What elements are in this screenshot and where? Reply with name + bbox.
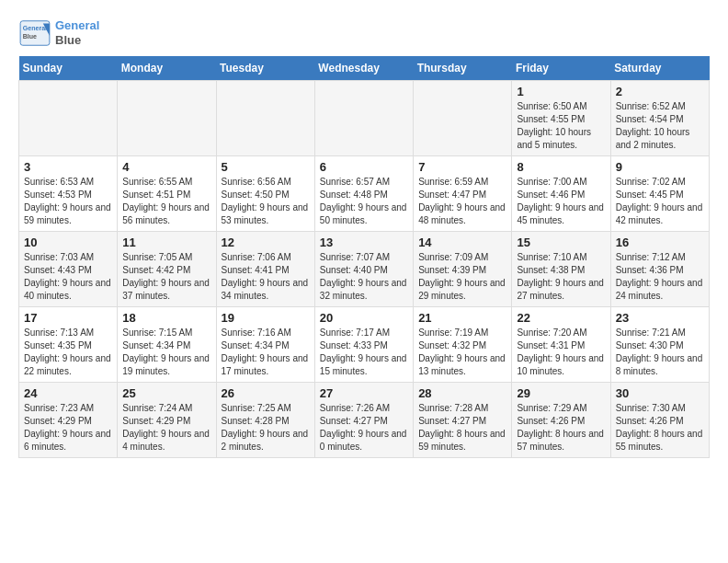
day-number: 17 xyxy=(24,311,112,325)
svg-text:Blue: Blue xyxy=(23,33,37,40)
calendar-cell: 28Sunrise: 7:28 AM Sunset: 4:27 PM Dayli… xyxy=(414,383,512,458)
logo-icon: General Blue xyxy=(18,19,51,47)
day-number: 3 xyxy=(24,160,112,174)
calendar-week-row: 10Sunrise: 7:03 AM Sunset: 4:43 PM Dayli… xyxy=(19,232,710,307)
calendar-week-row: 17Sunrise: 7:13 AM Sunset: 4:35 PM Dayli… xyxy=(19,307,710,383)
day-info: Sunrise: 6:53 AM Sunset: 4:53 PM Dayligh… xyxy=(24,176,112,227)
day-info: Sunrise: 7:25 AM Sunset: 4:28 PM Dayligh… xyxy=(222,402,310,454)
day-number: 23 xyxy=(616,311,704,325)
day-info: Sunrise: 7:24 AM Sunset: 4:29 PM Dayligh… xyxy=(122,402,210,454)
day-info: Sunrise: 7:26 AM Sunset: 4:27 PM Dayligh… xyxy=(320,402,408,454)
day-info: Sunrise: 6:57 AM Sunset: 4:48 PM Dayligh… xyxy=(320,176,408,227)
calendar-cell: 9Sunrise: 7:02 AM Sunset: 4:45 PM Daylig… xyxy=(610,156,709,232)
day-number: 11 xyxy=(122,236,210,249)
calendar-cell xyxy=(314,81,413,156)
calendar-cell xyxy=(414,81,512,156)
weekday-header-sunday: Sunday xyxy=(19,56,118,81)
day-info: Sunrise: 7:20 AM Sunset: 4:31 PM Dayligh… xyxy=(517,327,605,378)
day-number: 21 xyxy=(418,311,506,325)
weekday-header-saturday: Saturday xyxy=(610,56,709,81)
calendar-cell: 17Sunrise: 7:13 AM Sunset: 4:35 PM Dayli… xyxy=(19,307,118,383)
calendar-week-row: 24Sunrise: 7:23 AM Sunset: 4:29 PM Dayli… xyxy=(19,383,710,458)
calendar-cell: 5Sunrise: 6:56 AM Sunset: 4:50 PM Daylig… xyxy=(216,156,314,232)
calendar-cell: 15Sunrise: 7:10 AM Sunset: 4:38 PM Dayli… xyxy=(512,232,610,307)
calendar-header: SundayMondayTuesdayWednesdayThursdayFrid… xyxy=(19,56,710,81)
calendar-cell: 22Sunrise: 7:20 AM Sunset: 4:31 PM Dayli… xyxy=(512,307,610,383)
day-number: 6 xyxy=(320,160,408,174)
day-number: 25 xyxy=(122,386,210,400)
day-number: 4 xyxy=(122,160,210,174)
calendar-cell: 6Sunrise: 6:57 AM Sunset: 4:48 PM Daylig… xyxy=(314,156,413,232)
day-info: Sunrise: 7:09 AM Sunset: 4:39 PM Dayligh… xyxy=(418,251,506,303)
logo-text: General Blue xyxy=(55,18,99,47)
day-number: 26 xyxy=(222,386,310,400)
day-info: Sunrise: 7:05 AM Sunset: 4:42 PM Dayligh… xyxy=(122,251,210,303)
weekday-header-tuesday: Tuesday xyxy=(216,56,314,81)
day-number: 8 xyxy=(517,160,605,174)
calendar-cell: 13Sunrise: 7:07 AM Sunset: 4:40 PM Dayli… xyxy=(314,232,413,307)
calendar-cell: 7Sunrise: 6:59 AM Sunset: 4:47 PM Daylig… xyxy=(414,156,512,232)
day-number: 9 xyxy=(616,160,704,174)
day-number: 18 xyxy=(122,311,210,325)
day-number: 10 xyxy=(24,236,112,249)
calendar-cell: 23Sunrise: 7:21 AM Sunset: 4:30 PM Dayli… xyxy=(610,307,709,383)
day-info: Sunrise: 7:00 AM Sunset: 4:46 PM Dayligh… xyxy=(517,176,605,227)
calendar-week-row: 1Sunrise: 6:50 AM Sunset: 4:55 PM Daylig… xyxy=(19,81,710,156)
day-number: 2 xyxy=(616,85,704,98)
calendar-cell xyxy=(19,81,118,156)
calendar-cell: 24Sunrise: 7:23 AM Sunset: 4:29 PM Dayli… xyxy=(19,383,118,458)
day-info: Sunrise: 7:28 AM Sunset: 4:27 PM Dayligh… xyxy=(418,402,506,454)
day-info: Sunrise: 7:21 AM Sunset: 4:30 PM Dayligh… xyxy=(616,327,704,378)
day-number: 20 xyxy=(320,311,408,325)
calendar-cell: 12Sunrise: 7:06 AM Sunset: 4:41 PM Dayli… xyxy=(216,232,314,307)
day-info: Sunrise: 7:30 AM Sunset: 4:26 PM Dayligh… xyxy=(616,402,704,454)
calendar-cell: 21Sunrise: 7:19 AM Sunset: 4:32 PM Dayli… xyxy=(414,307,512,383)
day-info: Sunrise: 7:02 AM Sunset: 4:45 PM Dayligh… xyxy=(616,176,704,227)
day-number: 24 xyxy=(24,386,112,400)
day-number: 29 xyxy=(517,386,605,400)
weekday-header-row: SundayMondayTuesdayWednesdayThursdayFrid… xyxy=(19,56,710,81)
day-info: Sunrise: 7:13 AM Sunset: 4:35 PM Dayligh… xyxy=(24,327,112,378)
calendar-cell: 14Sunrise: 7:09 AM Sunset: 4:39 PM Dayli… xyxy=(414,232,512,307)
calendar-cell: 20Sunrise: 7:17 AM Sunset: 4:33 PM Dayli… xyxy=(314,307,413,383)
weekday-header-monday: Monday xyxy=(118,56,216,81)
calendar-cell: 3Sunrise: 6:53 AM Sunset: 4:53 PM Daylig… xyxy=(19,156,118,232)
calendar-cell: 29Sunrise: 7:29 AM Sunset: 4:26 PM Dayli… xyxy=(512,383,610,458)
day-info: Sunrise: 6:52 AM Sunset: 4:54 PM Dayligh… xyxy=(616,100,704,152)
day-info: Sunrise: 7:06 AM Sunset: 4:41 PM Dayligh… xyxy=(222,251,310,303)
day-info: Sunrise: 7:29 AM Sunset: 4:26 PM Dayligh… xyxy=(517,402,605,454)
day-number: 15 xyxy=(517,236,605,249)
day-number: 14 xyxy=(418,236,506,249)
calendar-cell: 8Sunrise: 7:00 AM Sunset: 4:46 PM Daylig… xyxy=(512,156,610,232)
calendar-cell xyxy=(118,81,216,156)
calendar-cell: 1Sunrise: 6:50 AM Sunset: 4:55 PM Daylig… xyxy=(512,81,610,156)
calendar-cell: 18Sunrise: 7:15 AM Sunset: 4:34 PM Dayli… xyxy=(118,307,216,383)
logo: General Blue General Blue xyxy=(18,18,99,47)
day-info: Sunrise: 7:17 AM Sunset: 4:33 PM Dayligh… xyxy=(320,327,408,378)
calendar-cell: 25Sunrise: 7:24 AM Sunset: 4:29 PM Dayli… xyxy=(118,383,216,458)
calendar-cell xyxy=(216,81,314,156)
day-number: 13 xyxy=(320,236,408,249)
weekday-header-thursday: Thursday xyxy=(414,56,512,81)
day-info: Sunrise: 6:59 AM Sunset: 4:47 PM Dayligh… xyxy=(418,176,506,227)
calendar-cell: 26Sunrise: 7:25 AM Sunset: 4:28 PM Dayli… xyxy=(216,383,314,458)
day-number: 22 xyxy=(517,311,605,325)
day-number: 7 xyxy=(418,160,506,174)
svg-text:General: General xyxy=(23,25,47,31)
calendar-cell: 27Sunrise: 7:26 AM Sunset: 4:27 PM Dayli… xyxy=(314,383,413,458)
day-info: Sunrise: 7:07 AM Sunset: 4:40 PM Dayligh… xyxy=(320,251,408,303)
weekday-header-wednesday: Wednesday xyxy=(314,56,413,81)
day-info: Sunrise: 7:23 AM Sunset: 4:29 PM Dayligh… xyxy=(24,402,112,454)
day-number: 27 xyxy=(320,386,408,400)
calendar-cell: 16Sunrise: 7:12 AM Sunset: 4:36 PM Dayli… xyxy=(610,232,709,307)
day-info: Sunrise: 7:03 AM Sunset: 4:43 PM Dayligh… xyxy=(24,251,112,303)
day-number: 16 xyxy=(616,236,704,249)
day-number: 19 xyxy=(222,311,310,325)
calendar-body: 1Sunrise: 6:50 AM Sunset: 4:55 PM Daylig… xyxy=(19,81,710,458)
day-info: Sunrise: 7:10 AM Sunset: 4:38 PM Dayligh… xyxy=(517,251,605,303)
calendar-cell: 10Sunrise: 7:03 AM Sunset: 4:43 PM Dayli… xyxy=(19,232,118,307)
day-info: Sunrise: 7:19 AM Sunset: 4:32 PM Dayligh… xyxy=(418,327,506,378)
day-info: Sunrise: 7:16 AM Sunset: 4:34 PM Dayligh… xyxy=(222,327,310,378)
day-info: Sunrise: 7:12 AM Sunset: 4:36 PM Dayligh… xyxy=(616,251,704,303)
calendar-cell: 4Sunrise: 6:55 AM Sunset: 4:51 PM Daylig… xyxy=(118,156,216,232)
